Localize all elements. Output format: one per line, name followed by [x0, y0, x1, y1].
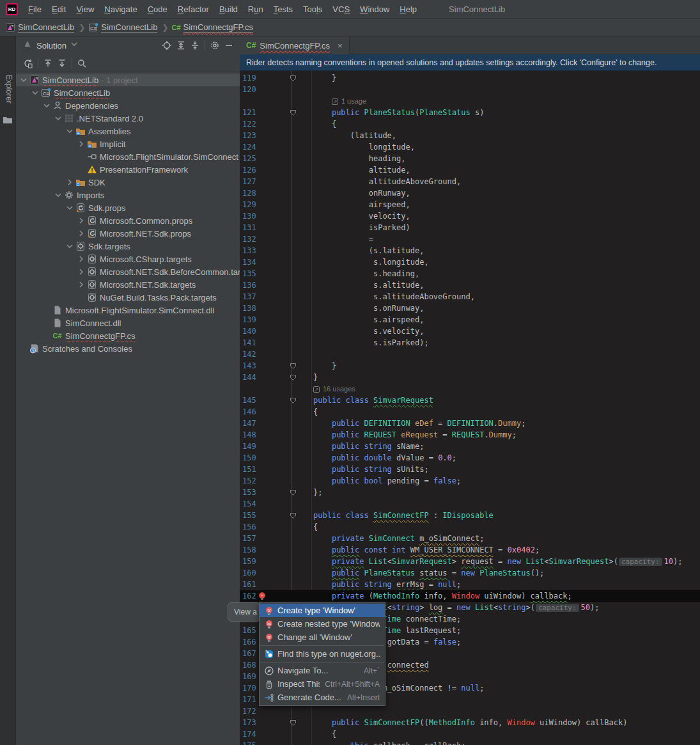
menu-build[interactable]: Build: [214, 0, 243, 19]
popup-item-create-nested-type-window[interactable]: Create nested type 'Window': [260, 617, 385, 631]
menu-run[interactable]: Run: [243, 0, 268, 19]
move-down-icon[interactable]: [55, 56, 69, 70]
code-line-157[interactable]: 157 private SimConnect m_oSimConnect;: [240, 533, 700, 544]
menu-vcs[interactable]: VCS: [327, 0, 355, 19]
tree-item-presentationframework[interactable]: PresentationFramework: [16, 163, 240, 176]
hide-icon[interactable]: [222, 38, 236, 52]
code-line-147[interactable]: 147 public DEFINITION eDef = DEFINITION.…: [240, 418, 700, 429]
chevron-right-icon[interactable]: [76, 254, 86, 264]
chevron-down-icon[interactable]: [30, 88, 40, 98]
line-number[interactable]: 156: [240, 521, 288, 533]
menu-code[interactable]: Code: [143, 0, 173, 19]
code-line-137[interactable]: 137 s.altitudeAboveGround,: [240, 291, 700, 302]
code-line-132[interactable]: 132 =: [240, 233, 700, 245]
code-line-145[interactable]: 145public class SimvarRequest: [240, 395, 700, 406]
line-number[interactable]: 172: [240, 705, 288, 717]
popup-item-create-type-window[interactable]: Create type 'Window': [260, 604, 385, 617]
line-number[interactable]: 160: [240, 567, 288, 579]
close-icon[interactable]: ×: [338, 41, 343, 51]
line-number[interactable]: 154: [240, 498, 288, 510]
line-number[interactable]: 130: [240, 210, 288, 222]
line-number[interactable]: 126: [240, 164, 288, 176]
line-number[interactable]: 150: [240, 452, 288, 464]
line-number[interactable]: 149: [240, 441, 288, 452]
line-number[interactable]: 139: [240, 314, 288, 325]
settings-icon[interactable]: [208, 38, 222, 52]
code-line-174[interactable]: 174 {: [240, 728, 700, 740]
code-line-151[interactable]: 151 public string sUnits;: [240, 464, 700, 475]
code-line-133[interactable]: 133 (s.latitude,: [240, 245, 700, 256]
chevron-right-icon[interactable]: [76, 216, 86, 226]
popup-item-navigate-to[interactable]: Navigate To...Alt+`: [260, 664, 385, 677]
tree-item-scratches-and-consoles[interactable]: Scratches and Consoles: [16, 342, 240, 355]
chevron-right-icon[interactable]: [76, 279, 86, 290]
tree-item-simconnect-dll[interactable]: SimConnect.dll: [16, 317, 240, 329]
menu-help[interactable]: Help: [394, 0, 422, 19]
chevron-down-icon[interactable]: [65, 241, 75, 251]
chevron-right-icon[interactable]: [76, 267, 86, 277]
breadcrumb-item[interactable]: C#SimConnectgFP.cs: [171, 22, 253, 33]
line-number[interactable]: 122: [240, 118, 288, 130]
code-line-142[interactable]: 142: [240, 349, 700, 360]
line-number[interactable]: 146: [240, 406, 288, 418]
usage-hint[interactable]: ↗16 usages: [311, 383, 355, 395]
usage-hint-line[interactable]: ↗1 usage: [240, 95, 700, 107]
code-line-135[interactable]: 135 s.heading,: [240, 268, 700, 279]
code-line-162[interactable]: 162 private (MethodInfo info, Window uiW…: [240, 590, 700, 602]
code-line-160[interactable]: 160 public PlaneStatus status = new Plan…: [240, 567, 700, 579]
code-line-122[interactable]: 122 {: [240, 118, 700, 130]
code-line-154[interactable]: 154: [240, 498, 700, 510]
tree-item-assemblies[interactable]: Assemblies: [16, 125, 240, 137]
popup-item-change-all-window[interactable]: Change all 'Window': [260, 631, 385, 644]
line-number[interactable]: 133: [240, 245, 288, 256]
line-number[interactable]: 161: [240, 579, 288, 590]
tree-item-microsoft-net-sdk-beforecommon-targets[interactable]: Microsoft.NET.Sdk.BeforeCommon.targets: [16, 265, 240, 278]
code-line-158[interactable]: 158 public const int WM_USER_SIMCONNECT …: [240, 544, 700, 556]
code-line-172[interactable]: 172: [240, 705, 700, 717]
line-number[interactable]: 151: [240, 464, 288, 475]
chevron-down-icon[interactable]: [69, 39, 79, 52]
code-line-143[interactable]: 143 }: [240, 360, 700, 372]
code-line-126[interactable]: 126 altitude,: [240, 164, 700, 176]
code-line-121[interactable]: 121 public PlaneStatus(PlaneStatus s): [240, 107, 700, 118]
tree-item--netstandard-2-0[interactable]: .NETStandard 2.0: [16, 112, 240, 125]
tree-item-microsoft-net-sdk-targets[interactable]: Microsoft.NET.Sdk.targets: [16, 278, 240, 291]
line-number[interactable]: 153: [240, 487, 288, 498]
chevron-down-icon[interactable]: [65, 126, 75, 136]
notification-banner[interactable]: Rider detects naming conventions in open…: [240, 54, 700, 71]
breadcrumb-item[interactable]: C#SimConnectLib: [88, 22, 157, 33]
code-line-161[interactable]: 161 public string errMsg = null;: [240, 579, 700, 590]
line-number[interactable]: 152: [240, 475, 288, 487]
menu-window[interactable]: Window: [355, 0, 394, 19]
code-line-148[interactable]: 148 public REQUEST eRequest = REQUEST.Du…: [240, 429, 700, 441]
line-number[interactable]: 155: [240, 510, 288, 521]
tree-item-nuget-build-tasks-pack-targets[interactable]: NuGet.Build.Tasks.Pack.targets: [16, 291, 240, 304]
line-number[interactable]: 124: [240, 141, 288, 153]
line-number[interactable]: 174: [240, 728, 288, 740]
line-number[interactable]: 132: [240, 233, 288, 245]
solution-view-selector[interactable]: Solution: [36, 41, 66, 51]
menu-refactor[interactable]: Refactor: [173, 0, 214, 19]
chevron-down-icon[interactable]: [19, 75, 29, 85]
search-icon[interactable]: [75, 56, 89, 70]
code-line-134[interactable]: 134 s.longitude,: [240, 256, 700, 268]
tree-item-implicit[interactable]: Implicit: [16, 137, 240, 150]
usage-hint[interactable]: ↗1 usage: [311, 95, 366, 107]
tree-item-microsoft-common-props[interactable]: Microsoft.Common.props: [16, 214, 240, 227]
line-number[interactable]: 147: [240, 418, 288, 429]
tree-item-simconnectlib[interactable]: C#SimConnectLib: [16, 86, 240, 99]
locate-icon[interactable]: [160, 38, 174, 52]
line-number[interactable]: 119: [240, 72, 288, 84]
expand-all-icon[interactable]: [174, 38, 188, 52]
code-line-146[interactable]: 146{: [240, 406, 700, 418]
tree-item-imports[interactable]: Imports: [16, 189, 240, 201]
tree-item-simconnectlib[interactable]: SimConnectLib · 1 project: [16, 74, 240, 86]
popup-item-generate-code[interactable]: Generate Code...Alt+Insert: [260, 691, 385, 704]
line-number[interactable]: 145: [240, 395, 288, 406]
tree-item-sdk-props[interactable]: Sdk.props: [16, 201, 240, 214]
tree-item-dependencies[interactable]: Dependencies: [16, 99, 240, 112]
tree-item-microsoft-flightsimulator-simconnect-dll[interactable]: Microsoft.FlightSimulator.SimConnect.dll: [16, 304, 240, 317]
line-number[interactable]: 123: [240, 130, 288, 141]
code-line-136[interactable]: 136 s.altitude,: [240, 279, 700, 291]
collapse-all-icon[interactable]: [188, 38, 202, 52]
